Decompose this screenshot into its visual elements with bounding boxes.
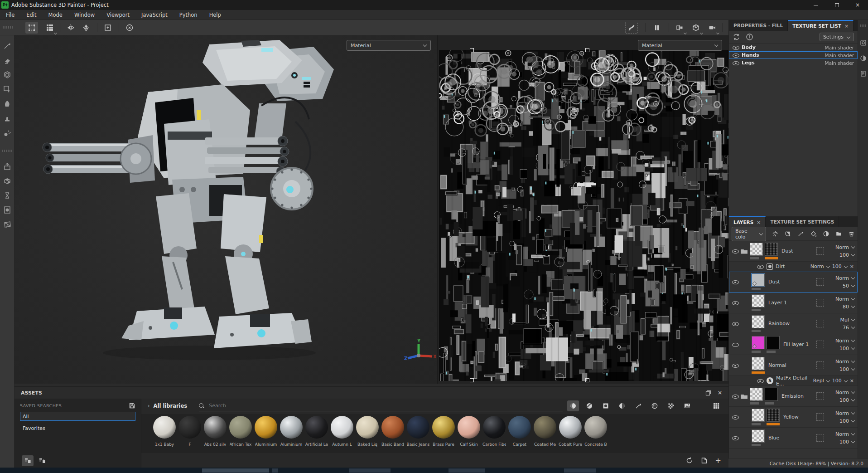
layer-name[interactable]: Dust [768,279,815,285]
symmetry-y-toggle[interactable] [80,22,92,34]
material-item[interactable]: Abs 02 silv [204,414,227,453]
opacity-select[interactable]: 76 [843,325,855,331]
layer-mask-thumbnail[interactable] [750,388,763,401]
reset-rotation-button[interactable] [123,22,136,34]
minimize-button[interactable] [805,0,826,10]
history-icon[interactable] [859,70,867,78]
saved-search-all[interactable]: All [20,412,135,421]
list-compact-view-icon[interactable] [36,455,48,466]
export-tool[interactable] [2,161,12,171]
opacity-select[interactable]: 100 [832,378,848,384]
taskbar-item[interactable] [564,468,596,473]
channel-filter-dropdown[interactable]: Base colo [732,227,766,241]
visibility-eye-icon[interactable] [732,393,739,399]
visibility-eye-icon[interactable] [732,362,739,368]
filter-materials-icon[interactable] [567,400,579,411]
layer-content-thumbnail[interactable] [752,429,765,443]
blend-mode-select[interactable]: Norm [810,263,830,269]
close-button[interactable]: × [847,0,868,10]
texture-set-row-hands[interactable]: Hands Main shader [729,51,858,59]
texture-set-row-body[interactable]: Body Main shader [729,44,858,51]
layer-row-fill-layer1[interactable]: Fill layer 1 Norm 100 [729,334,858,355]
add-filter-icon[interactable] [785,230,791,238]
taskbar-item[interactable] [272,468,278,473]
material-item[interactable]: Baked Liq [356,414,379,453]
blend-mode-select[interactable]: Repl [813,378,830,384]
marquee-select-tool[interactable] [25,22,38,34]
filter-filters-icon[interactable] [616,400,628,411]
add-paint-layer-icon[interactable] [797,230,804,238]
texture-set-shader[interactable]: Main shader [825,45,854,50]
layer-name[interactable]: Emission [781,393,815,399]
dock-drag-handle[interactable] [860,24,867,27]
visibility-eye-icon[interactable] [733,60,739,66]
quick-mask-tool[interactable] [2,205,12,215]
material-item[interactable]: Coated Me [534,414,556,453]
layer-row-blue[interactable]: Blue Norm 100 [729,428,858,449]
search-field[interactable] [199,400,563,411]
blend-mode-select[interactable]: Norm [835,275,855,281]
blend-mode-select[interactable]: Norm [835,296,855,302]
opacity-select[interactable]: 100 [839,397,855,403]
texture-set-row-legs[interactable]: Legs Main shader [729,59,858,67]
opacity-select[interactable]: 100 [839,366,855,372]
visibility-eye-icon[interactable] [757,378,764,384]
menu-python[interactable]: Python [174,10,203,20]
material-item[interactable]: Basic Jeans [407,414,429,453]
menu-file[interactable]: File [0,10,20,20]
layer-name[interactable]: Fill layer 1 [783,341,815,347]
geometry-decal-tool[interactable] [2,176,12,186]
layer-content-thumbnail[interactable] [765,243,778,256]
material-item[interactable]: African Tex [229,414,252,453]
asset-view-options-icon[interactable] [710,400,722,411]
close-tab-icon[interactable]: × [844,23,849,29]
toolbar-drag-handle[interactable] [3,26,13,29]
material-item[interactable]: 1x1 Baby [153,414,176,453]
visibility-eye-icon[interactable] [732,279,739,285]
hourglass-icon[interactable] [2,190,12,200]
tab-layers[interactable]: LAYERS× [729,216,766,227]
display-settings-icon[interactable] [859,39,867,47]
blend-mode-select[interactable]: Norm [835,410,855,416]
shading-mode-dropdown-3d[interactable]: Material [347,40,431,51]
tile-pattern-tool[interactable] [43,22,56,34]
opacity-select[interactable]: 50 [843,283,855,289]
eraser-tool[interactable] [2,55,12,65]
sync-visibility-icon[interactable] [733,33,740,41]
layer-name[interactable]: Blue [768,435,815,441]
smudge-tool[interactable] [2,99,12,109]
settings-dropdown[interactable]: Settings [820,33,854,41]
save-search-icon[interactable] [129,402,135,409]
folder-open-icon[interactable] [741,394,748,399]
layer-name[interactable]: Dust [781,248,815,254]
material-item[interactable]: Carbon Fiber [483,414,506,453]
shader-settings-icon[interactable] [859,54,867,62]
saved-search-favorites[interactable]: Favorites [20,424,135,433]
layer-content-thumbnail[interactable] [752,357,765,370]
material-item[interactable]: Aluminium [280,414,303,453]
remove-effect-icon[interactable]: × [850,263,854,269]
blend-mode-select[interactable]: Norm [835,431,855,437]
layer-row-yellow[interactable]: Yellow Norm 100 [729,407,858,428]
blend-mode-select[interactable]: Norm [835,338,855,344]
layer-content-thumbnail[interactable] [752,315,765,328]
material-item[interactable]: Cobalt Pure [559,414,582,453]
material-item[interactable]: Aluminium [255,414,277,453]
effect-name[interactable]: Dirt [776,263,785,269]
visibility-eye-icon[interactable] [732,414,739,420]
clone-stamp-tool[interactable] [2,113,12,123]
tab-properties-fill[interactable]: PROPERTIES - FILL [729,20,788,31]
delete-layer-icon[interactable] [848,230,855,238]
layer-row-dust-fill[interactable]: Dust Norm 50 [729,272,858,293]
viewport-2d[interactable]: Material [437,35,728,384]
symmetry-x-toggle[interactable] [64,22,77,34]
taskbar-item[interactable] [202,468,269,473]
filter-alphas-icon[interactable] [649,400,661,411]
visibility-eye-icon[interactable] [732,341,739,347]
breadcrumb[interactable]: › All libraries [148,403,187,409]
material-item[interactable]: Calf Skin [458,414,480,453]
particle-brush-tool[interactable] [2,128,12,138]
shading-mode-dropdown-2d[interactable]: Material [638,40,722,51]
layer-name[interactable]: Rainbow [768,321,815,327]
taskbar-item[interactable] [448,468,485,473]
